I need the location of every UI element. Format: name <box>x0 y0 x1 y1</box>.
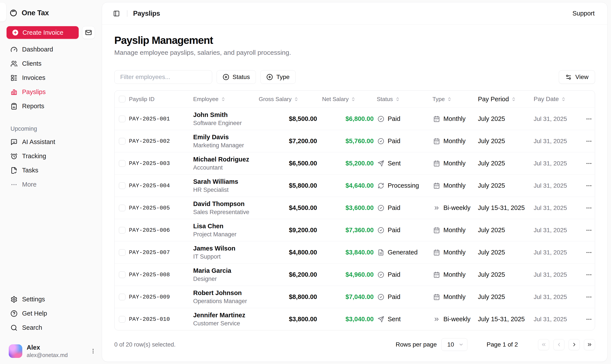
mail-button[interactable] <box>82 26 95 39</box>
column-header-pay-period[interactable]: Pay Period <box>478 96 534 103</box>
layout-list-icon <box>11 74 17 81</box>
payslip-id: PAY-2025-007 <box>128 249 193 256</box>
row-actions-button[interactable] <box>586 227 592 234</box>
alarm-clock-icon <box>11 153 17 160</box>
sidebar-item-more[interactable]: More <box>3 177 98 192</box>
row-checkbox[interactable] <box>119 249 125 256</box>
status-label: Paid <box>388 138 400 145</box>
column-header-net-salary[interactable]: Net Salary <box>322 96 377 103</box>
type-cell: Monthly <box>432 138 478 145</box>
employee-name: Sarah Williams <box>193 178 259 185</box>
pay-period: July 2025 <box>478 138 534 145</box>
row-actions-button[interactable] <box>586 116 592 122</box>
sidebar-item-dashboard[interactable]: Dashboard <box>3 42 98 56</box>
sidebar-upcoming-nav: AI AssistantTrackingTasksMore <box>0 135 102 192</box>
type-label: Monthly <box>443 249 466 256</box>
row-checkbox[interactable] <box>119 227 125 234</box>
sliders-icon <box>565 74 572 80</box>
sidebar-item-ai-assistant[interactable]: AI Assistant <box>3 135 98 149</box>
view-options-button[interactable]: View <box>559 70 595 84</box>
logo-circle-icon <box>10 9 17 17</box>
gauge-icon <box>11 46 17 53</box>
sidebar-toggle-button[interactable] <box>112 9 121 18</box>
employee-role: Sales Representative <box>193 209 259 216</box>
payslip-id: PAY-2025-008 <box>128 272 193 278</box>
sidebar-item-clients[interactable]: Clients <box>3 56 98 71</box>
net-salary: $4,640.00 <box>322 182 377 189</box>
type-filter-button[interactable]: Type <box>260 70 296 84</box>
sidebar-item-get-help[interactable]: Get Help <box>3 306 98 321</box>
column-header-type[interactable]: Type <box>432 96 478 103</box>
row-checkbox[interactable] <box>119 160 125 167</box>
rows-per-page-select[interactable]: 10 <box>441 338 467 351</box>
column-header-gross-salary[interactable]: Gross Salary <box>259 96 322 103</box>
sort-icon[interactable] <box>351 97 356 102</box>
sort-icon[interactable] <box>511 97 516 102</box>
row-actions-button[interactable] <box>586 249 592 256</box>
row-checkbox[interactable] <box>119 205 125 211</box>
row-actions-button[interactable] <box>586 205 592 211</box>
row-checkbox[interactable] <box>119 116 125 122</box>
row-actions-button[interactable] <box>586 160 592 167</box>
clipboard-chart-icon <box>11 103 17 110</box>
pay-date: Jul 31, 2025 <box>534 160 583 167</box>
gross-salary: $9,200.00 <box>259 226 322 234</box>
filter-employees-input[interactable] <box>114 70 212 84</box>
row-checkbox[interactable] <box>119 182 125 189</box>
row-actions-button[interactable] <box>586 272 592 278</box>
sort-icon[interactable] <box>395 97 400 102</box>
previous-page-button[interactable] <box>553 339 564 350</box>
column-header-status[interactable]: Status <box>377 96 432 103</box>
table-body: PAY-2025-001John SmithSoftware Engineer$… <box>114 108 595 330</box>
employee-cell: Jennifer MartinezCustomer Service <box>193 312 259 327</box>
next-page-button[interactable] <box>569 339 580 350</box>
employee-cell: Michael RodriguezAccountant <box>193 156 259 171</box>
sort-icon[interactable] <box>221 97 225 102</box>
sidebar-item-tasks[interactable]: Tasks <box>3 163 98 177</box>
column-header-employee[interactable]: Employee <box>193 96 259 103</box>
row-checkbox[interactable] <box>119 138 125 144</box>
table-row: PAY-2025-009Robert JohnsonOperations Man… <box>114 286 595 308</box>
gross-salary: $4,500.00 <box>259 204 322 211</box>
sidebar-item-search[interactable]: Search <box>3 321 98 335</box>
status-label: Sent <box>388 160 401 167</box>
sort-icon[interactable] <box>447 97 452 102</box>
payslip-id: PAY-2025-001 <box>128 116 193 122</box>
row-checkbox[interactable] <box>119 294 125 300</box>
create-invoice-button[interactable]: Create Invoice <box>7 26 79 39</box>
sort-icon[interactable] <box>294 97 299 102</box>
last-page-button[interactable] <box>584 339 595 350</box>
sidebar-item-label: Dashboard <box>22 46 53 53</box>
employee-name: Lisa Chen <box>193 222 259 230</box>
row-actions-button[interactable] <box>586 294 592 300</box>
column-header-pay-date[interactable]: Pay Date <box>534 96 583 103</box>
status-label: Paid <box>388 226 400 234</box>
sidebar-item-reports[interactable]: Reports <box>3 99 98 113</box>
employee-role: Project Manager <box>193 231 259 238</box>
select-all-checkbox[interactable] <box>119 96 125 102</box>
sidebar-item-tracking[interactable]: Tracking <box>3 149 98 163</box>
row-actions-button[interactable] <box>586 138 592 144</box>
refresh-cw-icon <box>378 182 384 189</box>
gross-salary: $6,500.00 <box>259 160 322 167</box>
user-profile[interactable]: Alex alex@onetax.md <box>9 344 96 358</box>
sidebar-item-invoices[interactable]: Invoices <box>3 71 98 85</box>
status-filter-button[interactable]: Status <box>217 70 256 84</box>
row-checkbox[interactable] <box>119 316 125 323</box>
employee-name: Robert Johnson <box>193 289 259 297</box>
type-label: Monthly <box>443 160 466 167</box>
user-menu-dots-icon[interactable] <box>90 348 96 354</box>
type-cell: Bi-weekly <box>432 204 478 211</box>
sort-icon[interactable] <box>561 97 566 102</box>
sidebar-item-settings[interactable]: Settings <box>3 292 98 306</box>
ellipsis-icon <box>586 160 592 167</box>
row-actions-button[interactable] <box>586 182 592 189</box>
send-icon <box>378 316 384 323</box>
table-row: PAY-2025-001John SmithSoftware Engineer$… <box>114 108 595 130</box>
first-page-button[interactable] <box>538 339 549 350</box>
row-actions-button[interactable] <box>586 316 592 323</box>
support-link[interactable]: Support <box>572 10 595 17</box>
row-checkbox[interactable] <box>119 272 125 278</box>
sidebar-main-nav: DashboardClientsInvoicesPayslipsReports <box>0 42 102 113</box>
sidebar-item-payslips[interactable]: Payslips <box>3 85 98 99</box>
